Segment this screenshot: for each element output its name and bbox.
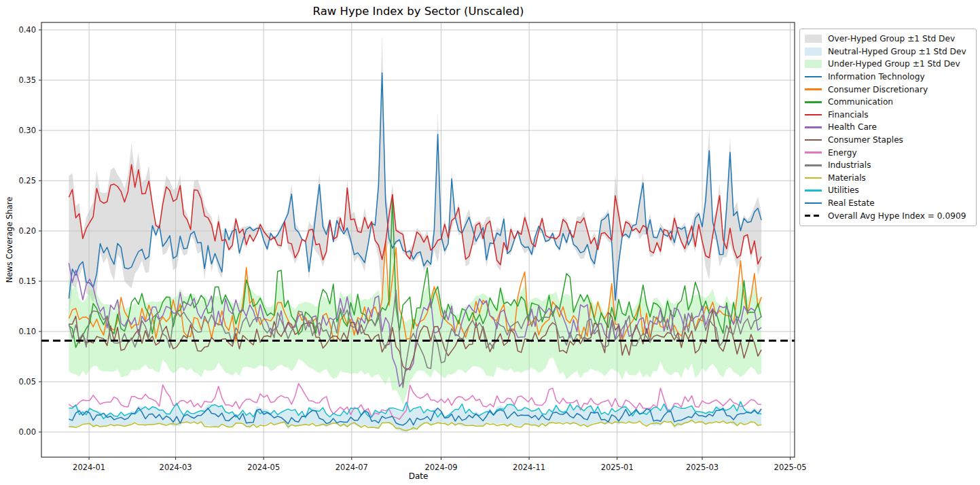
legend-item-over-hyped-group-1-std-dev: Over-Hyped Group ±1 Std Dev (805, 33, 970, 46)
y-tick-label: 0.00 (18, 427, 36, 437)
legend-item-information-technology: Information Technology (805, 71, 970, 84)
x-tick-label: 2024-07 (335, 463, 368, 472)
legend-line-swatch (805, 151, 822, 154)
legend-line-swatch (805, 114, 822, 116)
x-tick-label: 2025-01 (601, 463, 634, 472)
legend-line-swatch (805, 139, 822, 141)
y-tick-label: 0.10 (18, 327, 36, 336)
legend-item-under-hyped-group-1-std-dev: Under-Hyped Group ±1 Std Dev (805, 58, 970, 71)
figure: 0.000.050.100.150.200.250.300.350.402024… (0, 0, 980, 485)
x-tick-label: 2025-05 (774, 463, 807, 472)
y-tick-label: 0.20 (18, 226, 36, 236)
legend-item-utilities: Utilities (805, 184, 970, 197)
y-tick-label: 0.15 (18, 276, 36, 286)
legend: Over-Hyped Group ±1 Std DevNeutral-Hyped… (799, 29, 977, 226)
legend-item-materials: Materials (805, 172, 970, 185)
legend-label: Over-Hyped Group ±1 Std Dev (828, 34, 955, 43)
legend-item-industrials: Industrials (805, 159, 970, 172)
legend-label: Under-Hyped Group ±1 Std Dev (828, 59, 960, 69)
legend-line-swatch (805, 101, 822, 103)
legend-item-consumer-staples: Consumer Staples (805, 134, 970, 147)
x-tick-label: 2024-05 (247, 463, 280, 472)
x-tick-label: 2024-01 (73, 463, 105, 472)
y-axis-label: News Coverage Share (5, 197, 14, 283)
x-axis-label: Date (409, 471, 429, 481)
legend-label: Real Estate (828, 198, 875, 208)
legend-patch-swatch (805, 48, 822, 56)
legend-line-swatch (805, 190, 822, 192)
legend-label: Neutral-Hyped Group ±1 Std Dev (828, 47, 966, 56)
x-tick-label: 2025-03 (686, 463, 719, 472)
legend-item-neutral-hyped-group-1-std-dev: Neutral-Hyped Group ±1 Std Dev (805, 46, 970, 58)
legend-patch-swatch (805, 35, 822, 43)
y-tick-label: 0.30 (18, 126, 36, 135)
legend-label: Energy (828, 148, 857, 158)
legend-line-swatch (805, 164, 822, 166)
legend-label: Utilities (828, 185, 859, 195)
y-tick-label: 0.35 (18, 75, 36, 85)
legend-line-swatch (805, 126, 822, 128)
legend-line-swatch (805, 215, 822, 217)
legend-item-energy: Energy (805, 146, 970, 159)
legend-label: Health Care (828, 122, 877, 132)
legend-label: Industrials (828, 160, 871, 170)
legend-line-swatch (805, 76, 822, 78)
legend-label: Information Technology (828, 72, 925, 82)
legend-label: Financials (828, 110, 869, 120)
legend-item-financials: Financials (805, 109, 970, 122)
legend-line-swatch (805, 88, 822, 90)
x-tick-label: 2024-03 (160, 463, 192, 472)
legend-item-consumer-discretionary: Consumer Discretionary (805, 83, 970, 96)
legend-label: Communication (828, 97, 893, 107)
x-tick-label: 2024-09 (424, 463, 457, 472)
legend-label: Materials (828, 173, 866, 183)
legend-line-swatch (805, 202, 822, 204)
y-tick-label: 0.40 (18, 25, 36, 35)
legend-item-communication: Communication (805, 96, 970, 109)
legend-item-health-care: Health Care (805, 121, 970, 134)
legend-label: Overall Avg Hype Index = 0.0909 (828, 211, 966, 221)
y-tick-label: 0.25 (18, 176, 36, 185)
legend-patch-swatch (805, 60, 822, 68)
y-tick-label: 0.05 (18, 377, 36, 387)
legend-label: Consumer Staples (828, 135, 903, 145)
legend-label: Consumer Discretionary (828, 85, 928, 94)
legend-item-real-estate: Real Estate (805, 197, 970, 210)
band-over-hyped-group-1-std-dev (69, 34, 761, 322)
legend-item-overall-avg-hype-index-0-0909: Overall Avg Hype Index = 0.0909 (805, 209, 970, 222)
legend-line-swatch (805, 177, 822, 179)
chart-title: Raw Hype Index by Sector (Unscaled) (313, 5, 524, 18)
x-tick-label: 2024-11 (513, 463, 545, 472)
